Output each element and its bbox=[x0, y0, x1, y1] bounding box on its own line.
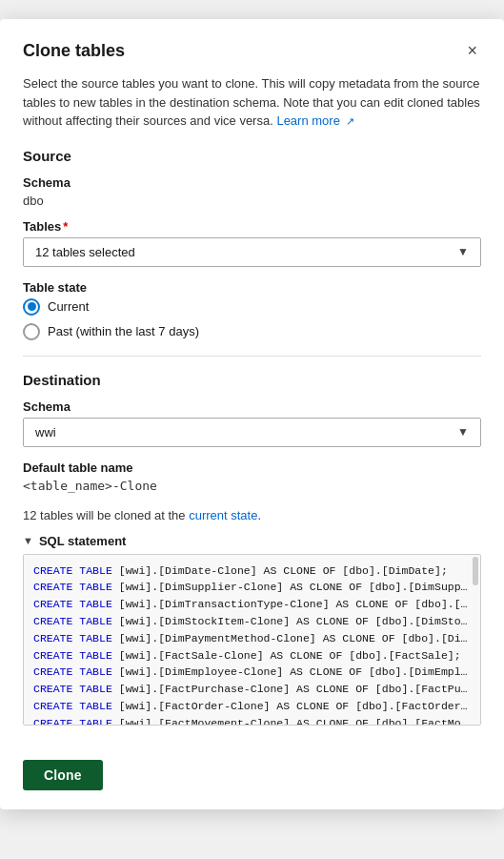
sql-statement-box[interactable]: CREATE TABLE [wwi].[DimDate-Clone] AS CL… bbox=[23, 554, 481, 726]
sql-line: CREATE TABLE [wwi].[FactPurchase-Clone] … bbox=[33, 681, 471, 698]
sql-line: CREATE TABLE [wwi].[DimDate-Clone] AS CL… bbox=[33, 562, 471, 580]
source-section-title: Source bbox=[23, 148, 481, 164]
radio-current-option[interactable]: Current bbox=[23, 298, 481, 316]
external-link-icon: ↗ bbox=[346, 113, 354, 130]
destination-schema-value: wwi bbox=[35, 425, 56, 440]
destination-dropdown-arrow-icon: ▼ bbox=[457, 425, 469, 439]
sql-line: CREATE TABLE [wwi].[FactSale-Clone] AS C… bbox=[33, 647, 471, 665]
tables-dropdown[interactable]: 12 tables selected ▼ bbox=[23, 237, 481, 267]
chevron-down-icon: ▼ bbox=[23, 535, 33, 546]
sql-line: CREATE TABLE [wwi].[DimSupplier-Clone] A… bbox=[33, 579, 471, 596]
tables-selected-text: 12 tables selected bbox=[35, 245, 135, 259]
dialog-title: Clone tables bbox=[23, 41, 125, 61]
default-table-name-value: <table_name>-Clone bbox=[23, 479, 481, 493]
scrollbar-indicator bbox=[473, 557, 478, 585]
sql-section-label: SQL statement bbox=[39, 534, 127, 548]
radio-current-outer bbox=[23, 298, 40, 316]
description-main: Select the source tables you want to clo… bbox=[23, 76, 480, 128]
clone-message-suffix: . bbox=[257, 508, 261, 522]
schema-value: dbo bbox=[23, 194, 481, 208]
destination-section: Destination Schema wwi ▼ Default table n… bbox=[23, 372, 481, 493]
source-section: Source Schema dbo Tables* 12 tables sele… bbox=[23, 148, 481, 340]
dialog-header: Clone tables × bbox=[0, 19, 504, 74]
table-state-section: Table state Current Past (within the las… bbox=[23, 280, 481, 340]
radio-past-outer bbox=[23, 323, 40, 340]
sql-section-header[interactable]: ▼ SQL statement bbox=[23, 534, 481, 548]
schema-label: Schema bbox=[23, 175, 481, 190]
sql-line: CREATE TABLE [wwi].[DimPaymentMethod-Clo… bbox=[33, 630, 471, 647]
destination-section-title: Destination bbox=[23, 372, 481, 388]
tables-label: Tables* bbox=[23, 219, 481, 234]
radio-current-label: Current bbox=[48, 299, 89, 314]
destination-schema-dropdown[interactable]: wwi ▼ bbox=[23, 418, 481, 447]
dialog-body: Select the source tables you want to clo… bbox=[0, 74, 504, 748]
section-divider bbox=[23, 356, 481, 357]
radio-current-inner bbox=[28, 302, 36, 311]
description-text: Select the source tables you want to clo… bbox=[23, 74, 481, 131]
tables-required-star: * bbox=[63, 219, 68, 234]
clone-tables-dialog: Clone tables × Select the source tables … bbox=[0, 19, 504, 809]
table-state-label: Table state bbox=[23, 280, 481, 295]
radio-past-option[interactable]: Past (within the last 7 days) bbox=[23, 323, 481, 340]
clone-message-highlight: current state bbox=[189, 508, 257, 522]
learn-more-link[interactable]: Learn more bbox=[276, 113, 339, 128]
sql-line: CREATE TABLE [wwi].[DimEmployee-Clone] A… bbox=[33, 664, 471, 681]
clone-message-prefix: 12 tables will be cloned at the bbox=[23, 508, 189, 522]
sql-line: CREATE TABLE [wwi].[FactMovement-Clone] … bbox=[33, 715, 471, 726]
destination-schema-label: Schema bbox=[23, 399, 481, 414]
sql-line: CREATE TABLE [wwi].[DimStockItem-Clone] … bbox=[33, 613, 471, 630]
clone-button[interactable]: Clone bbox=[23, 760, 103, 790]
default-table-name-label: Default table name bbox=[23, 460, 481, 475]
dialog-footer: Clone bbox=[0, 748, 504, 809]
sql-line: CREATE TABLE [wwi].[DimTransactionType-C… bbox=[33, 596, 471, 613]
clone-message: 12 tables will be cloned at the current … bbox=[23, 508, 481, 522]
dropdown-arrow-icon: ▼ bbox=[457, 245, 469, 258]
close-button[interactable]: × bbox=[463, 38, 481, 63]
radio-past-label: Past (within the last 7 days) bbox=[48, 324, 199, 338]
sql-line: CREATE TABLE [wwi].[FactOrder-Clone] AS … bbox=[33, 698, 471, 715]
